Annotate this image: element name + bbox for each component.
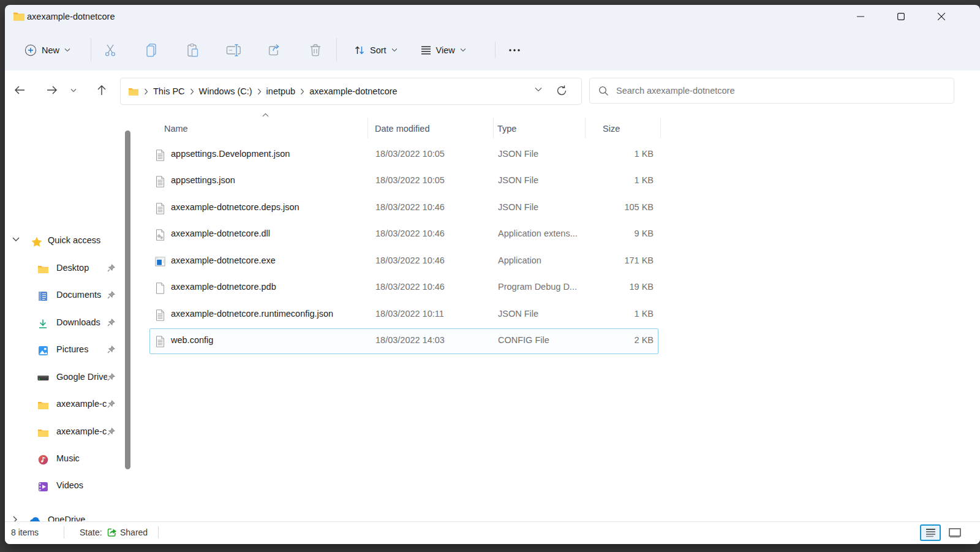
paste-button[interactable] [181, 39, 203, 61]
address-bar[interactable]: This PC Windows (C:) inetpub axexample-d… [120, 78, 582, 105]
sidebar-scrollbar[interactable] [125, 130, 130, 469]
rename-button[interactable] [222, 39, 244, 61]
file-date: 18/03/2022 10:46 [375, 282, 445, 292]
sidebar-item-google-drive[interactable]: Google Drive [5, 367, 124, 389]
file-row[interactable]: axexample-dotnetcore.runtimeconfig.json … [149, 302, 658, 327]
file-row[interactable]: axexample-dotnetcore.pdb 18/03/2022 10:4… [149, 275, 658, 300]
pin-icon [107, 319, 115, 327]
items-count: 8 items [11, 527, 39, 537]
file-name: axexample-dotnetcore.pdb [171, 282, 276, 292]
file-row[interactable]: appsettings.json 18/03/2022 10:05 JSON F… [149, 168, 658, 193]
file-row[interactable]: axexample-dotnetcore.dll 18/03/2022 10:4… [149, 222, 658, 246]
sidebar-item-axexample-folder-2[interactable]: axexample-c [5, 422, 124, 444]
pin-icon [107, 291, 115, 299]
breadcrumb-item[interactable]: axexample-dotnetcore [306, 86, 401, 96]
json-file-icon [155, 202, 165, 214]
view-lines-icon [421, 45, 431, 55]
pin-icon [107, 264, 115, 272]
maximize-button[interactable] [887, 5, 915, 28]
file-type: JSON File [498, 175, 538, 185]
minimize-button[interactable] [846, 5, 875, 28]
pin-icon [107, 400, 115, 408]
file-name: axexample-dotnetcore.runtimeconfig.json [171, 309, 333, 319]
refresh-button[interactable] [556, 85, 568, 97]
file-row[interactable]: axexample-dotnetcore.deps.json 18/03/202… [149, 195, 658, 220]
sidebar-item-axexample-folder-1[interactable]: axexample-c [5, 394, 124, 416]
delete-button[interactable] [304, 39, 326, 61]
list-header: Name Date modified Type Size [149, 115, 658, 138]
sidebar-item-documents[interactable]: Documents [5, 285, 124, 307]
json-file-icon [155, 175, 165, 187]
content-area: Quick access Desktop Documents Downloads… [5, 110, 980, 522]
forward-button[interactable] [42, 80, 61, 100]
sidebar-item-onedrive[interactable]: OneDrive [5, 510, 124, 522]
chevron-right-icon [143, 88, 149, 95]
new-button[interactable]: New [18, 39, 77, 61]
chevron-down-icon [391, 48, 398, 52]
file-row[interactable]: axexample-dotnetcore.exe 18/03/2022 10:4… [149, 249, 658, 273]
column-header-size[interactable]: Size [603, 124, 620, 134]
sort-arrows-icon [354, 45, 365, 56]
pin-icon [107, 373, 115, 381]
breadcrumb-item[interactable]: This PC [149, 86, 189, 96]
exe-application-icon [155, 255, 165, 268]
chevron-right-icon [189, 88, 195, 95]
see-more-button[interactable] [503, 39, 526, 61]
up-button[interactable] [92, 80, 111, 100]
sidebar-item-downloads[interactable]: Downloads [5, 312, 124, 335]
close-button[interactable] [927, 5, 956, 28]
sidebar-item-quick-access[interactable]: Quick access [5, 230, 124, 252]
folder-icon [121, 87, 143, 96]
file-size: 19 KB [630, 282, 654, 292]
config-file-icon [155, 335, 165, 347]
file-date: 18/03/2022 10:46 [375, 229, 445, 238]
cut-button[interactable] [99, 39, 121, 61]
copy-button[interactable] [140, 39, 162, 61]
state-value: Shared [120, 527, 148, 537]
toolbar: New [5, 29, 980, 71]
file-row[interactable]: appsettings.Development.json 18/03/2022 … [149, 142, 658, 167]
chevron-down-icon[interactable] [12, 236, 20, 242]
file-date: 18/03/2022 10:46 [375, 202, 445, 212]
chevron-down-icon [64, 48, 70, 52]
breadcrumb-item[interactable]: Windows (C:) [195, 86, 256, 96]
back-button[interactable] [10, 80, 29, 100]
address-dropdown-chevron[interactable] [535, 87, 542, 92]
status-bar: 8 items State: Shared [5, 521, 980, 544]
column-header-date-modified[interactable]: Date modified [375, 124, 429, 134]
plus-circle-icon [24, 44, 37, 56]
documents-icon [37, 290, 49, 301]
sort-button-label: Sort [370, 45, 386, 55]
large-icons-view-toggle[interactable] [944, 524, 965, 541]
column-header-type[interactable]: Type [497, 124, 516, 134]
search-input[interactable] [615, 85, 945, 96]
folder-icon [37, 263, 49, 274]
file-name: appsettings.json [171, 175, 235, 185]
json-file-icon [155, 309, 165, 321]
file-size: 1 KB [635, 309, 654, 319]
search-box[interactable] [589, 78, 954, 104]
view-button[interactable]: View [415, 40, 472, 60]
chevron-down-icon [460, 48, 466, 52]
sidebar-item-videos[interactable]: Videos [5, 475, 124, 497]
sort-button[interactable]: Sort [348, 40, 404, 61]
column-header-name[interactable]: Name [164, 124, 188, 134]
details-view-toggle[interactable] [920, 524, 941, 541]
star-icon [31, 236, 43, 247]
sidebar-item-label: axexample-c [56, 426, 107, 436]
share-button[interactable] [263, 39, 285, 61]
file-type: JSON File [498, 202, 538, 212]
breadcrumb-item[interactable]: inetpub [263, 86, 300, 96]
file-type: CONFIG File [498, 335, 549, 345]
folder-icon [37, 399, 49, 410]
sidebar-item-music[interactable]: Music [5, 448, 124, 471]
file-type: Program Debug D... [498, 282, 577, 292]
file-row-selected[interactable]: web.config 18/03/2022 14:03 CONFIG File … [149, 328, 658, 354]
sidebar-item-desktop[interactable]: Desktop [5, 258, 124, 280]
sidebar-item-pictures[interactable]: Pictures [5, 339, 124, 361]
file-size: 171 KB [624, 255, 654, 265]
recent-locations-chevron[interactable] [66, 80, 81, 100]
file-size: 105 KB [624, 202, 654, 212]
file-size: 2 KB [635, 335, 654, 345]
file-name: web.config [171, 335, 213, 345]
